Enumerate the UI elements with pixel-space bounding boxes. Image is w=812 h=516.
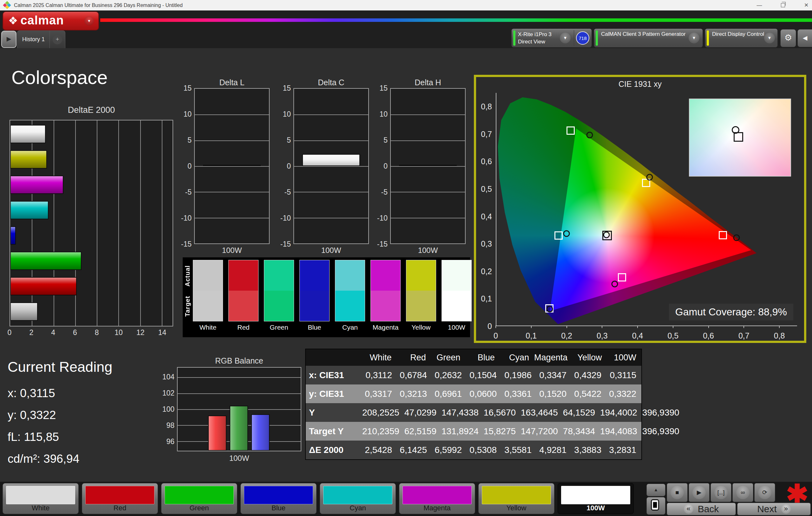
delta_c-gridline [294, 192, 368, 192]
pattern-button-green[interactable]: Green [161, 483, 237, 514]
display-icon [651, 499, 659, 511]
meter-count-badge[interactable]: 718 [576, 31, 589, 45]
cie-y-tick-label: 0,3 [478, 239, 492, 248]
chevron-left-icon: ◀ [803, 35, 808, 41]
refresh-icon: ⟳ [758, 486, 772, 499]
pattern-button-magenta[interactable]: Magenta [399, 483, 475, 514]
delta_h-y-tick-label: 10 [374, 110, 387, 119]
table-row-label: y: CIE31 [306, 389, 362, 399]
pattern-button-100w[interactable]: 100W [558, 483, 634, 514]
pattern-swatch [561, 486, 630, 504]
stop-button[interactable]: ■ [667, 483, 688, 502]
pattern-generator-dropdown[interactable]: CalMAN Client 3 Pattern Generator ▼ [594, 29, 703, 48]
delta_c-y-tick-label: -10 [277, 214, 291, 222]
delta_h-bar [399, 165, 457, 166]
cie-chart-plot: Gamut Coverage: 88,9% [496, 93, 797, 326]
workflow-advance-button[interactable]: ▶ [1, 31, 17, 48]
chevron-down-icon: ▼ [689, 33, 699, 43]
cie-x-tickmark [495, 326, 496, 328]
meter-dropdown[interactable]: X-Rite i1Pro 3 Direct View ▼ 718 [511, 29, 592, 48]
delta_c-gridline [294, 166, 368, 167]
close-button[interactable]: ✕ [798, 0, 812, 10]
restore-button[interactable] [774, 0, 792, 10]
cie-x-tick-label: 0 [494, 331, 498, 340]
table-cell: 15,8275 [484, 426, 521, 436]
table-cell: 0,6961 [432, 389, 467, 399]
delta_l-gridline [195, 218, 269, 218]
delta_h-y-tick-label: -10 [374, 214, 387, 222]
chevron-down-icon: ▼ [764, 33, 775, 43]
deltae-x-tick-label: 12 [136, 328, 145, 337]
table-cell: 47,0299 [404, 407, 441, 418]
deltae-x-tick-label: 14 [158, 328, 167, 337]
meter-name: X-Rite i1Pro 3 [518, 31, 552, 38]
reading-fl-label: fL: [8, 430, 21, 444]
inset-target-marker [734, 132, 743, 142]
page-title: Colorspace [11, 66, 108, 88]
tab-history-1[interactable]: History 1 [18, 31, 50, 49]
table-row-label: ΔE 2000 [306, 445, 362, 455]
stop-icon: ■ [670, 486, 684, 499]
minimize-button[interactable]: — [751, 0, 768, 10]
cie-target-magenta [618, 273, 626, 281]
swatch-actual-red [229, 260, 258, 291]
gamut-coverage-value: 88,9% [758, 306, 787, 317]
deltae-chart-plot [9, 120, 173, 327]
display-control-dropdown[interactable]: Direct Display Control ▼ [705, 29, 778, 48]
table-cell: 62,5159 [404, 426, 441, 436]
swatch-target-green [264, 291, 294, 321]
table-cell: 0,3322 [606, 389, 641, 399]
settings-button[interactable]: ⚙ [780, 29, 796, 47]
footer-bar: WhiteRedGreenBlueCyanMagentaYellow100W ▲… [0, 482, 812, 516]
pattern-button-label: Green [162, 504, 237, 512]
pattern-swatch [6, 486, 75, 504]
collapse-panel-button[interactable]: ◀ [798, 29, 812, 47]
table-cell: 163,4645 [521, 407, 563, 418]
swatch-label: 100W [441, 324, 472, 331]
target-row-label: Target [184, 291, 192, 322]
loop-button[interactable]: ∞ [732, 483, 753, 502]
pattern-button-red[interactable]: Red [82, 483, 158, 514]
swatch-columns: WhiteRedGreenBlueCyanMagentaYellow100W [193, 260, 472, 331]
cie-y-tick-label: 0,7 [478, 129, 492, 139]
back-chevron-icon: « [684, 504, 693, 514]
play-button[interactable]: ▶ [689, 483, 709, 502]
delta_l-y-tick-label: -10 [178, 214, 192, 222]
next-button[interactable]: Next » [737, 503, 811, 515]
table-cell: 3,2831 [606, 445, 641, 455]
delta_c-gridline [294, 218, 368, 218]
meter-mode: Direct View [518, 38, 552, 45]
play-icon: ▶ [692, 486, 706, 499]
swatch-stack [228, 260, 259, 322]
pattern-swatch [165, 486, 234, 504]
pattern-button-cyan[interactable]: Cyan [320, 483, 396, 514]
table-cell: 0,1986 [502, 370, 537, 381]
pattern-button-yellow[interactable]: Yellow [478, 483, 554, 514]
reading-x: x: 0,3115 [8, 387, 112, 400]
rgb-bar-red [208, 416, 227, 451]
delta_l-gridline [195, 192, 269, 192]
step-button[interactable]: [‥] [710, 483, 731, 502]
calman-menu-button[interactable]: ❖ calman ▼ [3, 11, 99, 30]
gear-icon: ⚙ [784, 33, 792, 42]
cie-x-tick-label: 0,4 [632, 331, 643, 340]
table-header-cell: White [362, 353, 397, 363]
display-status-indicator [707, 30, 709, 45]
delta_c-y-tick-label: -15 [277, 240, 291, 248]
cie-x-tickmark [708, 326, 709, 328]
cie-target-green [567, 126, 575, 135]
display-pattern-button[interactable] [646, 497, 665, 515]
expand-panel-button[interactable]: ▲ [646, 484, 665, 496]
actual-row-label: Actual [184, 261, 192, 291]
up-arrow-icon: ▲ [654, 487, 658, 492]
pattern-button-white[interactable]: White [3, 483, 79, 514]
add-tab-button[interactable]: + [50, 31, 65, 49]
delta_c-gridline [294, 114, 368, 115]
pattern-button-blue[interactable]: Blue [240, 483, 317, 514]
back-button[interactable]: « Back [667, 503, 736, 515]
refresh-button[interactable]: ⟳ [754, 483, 775, 502]
swatch-stack [193, 260, 223, 322]
window-titlebar: Calman 2025 Calman Ultimate for Business… [0, 0, 812, 10]
swatch-actual-white [193, 260, 223, 291]
pattern-swatch [482, 486, 551, 504]
